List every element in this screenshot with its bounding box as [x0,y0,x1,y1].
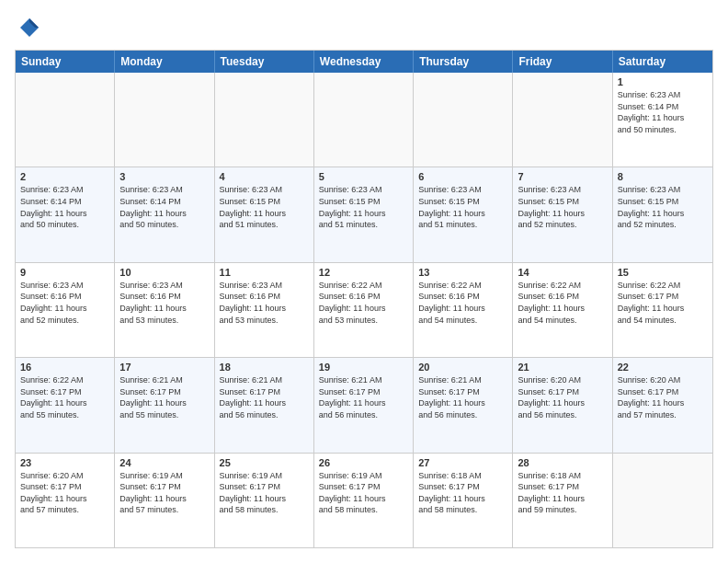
day-info: Sunrise: 6:23 AM Sunset: 6:14 PM Dayligh… [618,89,708,135]
day-number: 2 [20,171,109,182]
page: SundayMondayTuesdayWednesdayThursdayFrid… [0,0,728,563]
header-day-thursday: Thursday [414,51,513,73]
calendar-cell-w3d1: 17Sunrise: 6:21 AM Sunset: 6:17 PM Dayli… [115,358,214,452]
calendar: SundayMondayTuesdayWednesdayThursdayFrid… [15,50,713,548]
header-day-sunday: Sunday [16,51,115,73]
calendar-cell-w2d6: 15Sunrise: 6:22 AM Sunset: 6:17 PM Dayli… [613,263,712,357]
calendar-cell-w0d1 [115,73,214,167]
day-number: 25 [220,457,309,468]
calendar-cell-w0d6: 1Sunrise: 6:23 AM Sunset: 6:14 PM Daylig… [613,73,712,167]
day-info: Sunrise: 6:22 AM Sunset: 6:16 PM Dayligh… [518,280,607,326]
day-number: 4 [220,171,309,182]
calendar-cell-w4d6 [613,454,712,547]
calendar-body: 1Sunrise: 6:23 AM Sunset: 6:14 PM Daylig… [16,73,712,547]
calendar-cell-w0d3 [314,73,414,167]
calendar-cell-w4d3: 26Sunrise: 6:19 AM Sunset: 6:17 PM Dayli… [314,454,414,547]
calendar-cell-w1d5: 7Sunrise: 6:23 AM Sunset: 6:15 PM Daylig… [513,167,612,261]
day-info: Sunrise: 6:21 AM Sunset: 6:17 PM Dayligh… [319,374,408,420]
calendar-cell-w0d2 [215,73,314,167]
day-number: 19 [319,362,408,373]
day-number: 1 [618,76,708,87]
calendar-cell-w0d5 [513,73,612,167]
calendar-cell-w1d1: 3Sunrise: 6:23 AM Sunset: 6:14 PM Daylig… [115,167,214,261]
logo-icon [15,15,40,40]
calendar-cell-w3d3: 19Sunrise: 6:21 AM Sunset: 6:17 PM Dayli… [314,358,414,452]
header-day-wednesday: Wednesday [314,51,414,73]
day-number: 5 [319,171,408,182]
calendar-cell-w1d2: 4Sunrise: 6:23 AM Sunset: 6:15 PM Daylig… [215,167,314,261]
calendar-row-0: 1Sunrise: 6:23 AM Sunset: 6:14 PM Daylig… [16,73,712,167]
day-number: 17 [119,362,209,373]
day-info: Sunrise: 6:22 AM Sunset: 6:16 PM Dayligh… [418,280,507,326]
day-number: 15 [618,267,708,278]
day-info: Sunrise: 6:23 AM Sunset: 6:16 PM Dayligh… [220,280,309,326]
day-number: 22 [618,362,708,373]
day-number: 23 [20,457,109,468]
calendar-cell-w1d6: 8Sunrise: 6:23 AM Sunset: 6:15 PM Daylig… [613,167,712,261]
header [15,15,713,40]
header-day-monday: Monday [115,51,214,73]
day-info: Sunrise: 6:19 AM Sunset: 6:17 PM Dayligh… [319,470,408,516]
day-info: Sunrise: 6:23 AM Sunset: 6:14 PM Dayligh… [20,184,109,230]
calendar-cell-w3d0: 16Sunrise: 6:22 AM Sunset: 6:17 PM Dayli… [16,358,115,452]
header-day-friday: Friday [513,51,612,73]
header-day-tuesday: Tuesday [215,51,314,73]
day-info: Sunrise: 6:20 AM Sunset: 6:17 PM Dayligh… [518,374,607,420]
day-number: 9 [20,267,109,278]
calendar-cell-w2d3: 12Sunrise: 6:22 AM Sunset: 6:16 PM Dayli… [314,263,414,357]
calendar-cell-w0d4 [414,73,513,167]
calendar-row-4: 23Sunrise: 6:20 AM Sunset: 6:17 PM Dayli… [16,453,712,547]
calendar-cell-w4d0: 23Sunrise: 6:20 AM Sunset: 6:17 PM Dayli… [16,454,115,547]
day-number: 14 [518,267,607,278]
day-info: Sunrise: 6:23 AM Sunset: 6:15 PM Dayligh… [220,184,309,230]
day-number: 12 [319,267,408,278]
day-number: 10 [119,267,209,278]
day-info: Sunrise: 6:20 AM Sunset: 6:17 PM Dayligh… [20,470,109,516]
day-info: Sunrise: 6:23 AM Sunset: 6:16 PM Dayligh… [20,280,109,326]
header-day-saturday: Saturday [613,51,712,73]
day-info: Sunrise: 6:19 AM Sunset: 6:17 PM Dayligh… [119,470,209,516]
day-number: 18 [220,362,309,373]
day-number: 3 [119,171,209,182]
day-info: Sunrise: 6:22 AM Sunset: 6:17 PM Dayligh… [618,280,708,326]
day-info: Sunrise: 6:21 AM Sunset: 6:17 PM Dayligh… [418,374,507,420]
calendar-cell-w2d0: 9Sunrise: 6:23 AM Sunset: 6:16 PM Daylig… [16,263,115,357]
calendar-cell-w1d3: 5Sunrise: 6:23 AM Sunset: 6:15 PM Daylig… [314,167,414,261]
calendar-cell-w2d5: 14Sunrise: 6:22 AM Sunset: 6:16 PM Dayli… [513,263,612,357]
day-number: 27 [418,457,507,468]
calendar-header: SundayMondayTuesdayWednesdayThursdayFrid… [16,51,712,73]
day-number: 8 [618,171,708,182]
logo [15,15,44,40]
day-info: Sunrise: 6:23 AM Sunset: 6:15 PM Dayligh… [618,184,708,230]
day-info: Sunrise: 6:19 AM Sunset: 6:17 PM Dayligh… [220,470,309,516]
day-info: Sunrise: 6:23 AM Sunset: 6:14 PM Dayligh… [119,184,209,230]
calendar-cell-w2d2: 11Sunrise: 6:23 AM Sunset: 6:16 PM Dayli… [215,263,314,357]
day-number: 7 [518,171,607,182]
calendar-cell-w4d2: 25Sunrise: 6:19 AM Sunset: 6:17 PM Dayli… [215,454,314,547]
calendar-cell-w0d0 [16,73,115,167]
day-number: 6 [418,171,507,182]
day-info: Sunrise: 6:18 AM Sunset: 6:17 PM Dayligh… [518,470,607,516]
day-number: 11 [220,267,309,278]
day-number: 26 [319,457,408,468]
day-info: Sunrise: 6:23 AM Sunset: 6:15 PM Dayligh… [319,184,408,230]
calendar-cell-w3d5: 21Sunrise: 6:20 AM Sunset: 6:17 PM Dayli… [513,358,612,452]
day-info: Sunrise: 6:23 AM Sunset: 6:16 PM Dayligh… [119,280,209,326]
calendar-cell-w2d1: 10Sunrise: 6:23 AM Sunset: 6:16 PM Dayli… [115,263,214,357]
day-number: 24 [119,457,209,468]
day-info: Sunrise: 6:22 AM Sunset: 6:17 PM Dayligh… [20,374,109,420]
calendar-cell-w1d0: 2Sunrise: 6:23 AM Sunset: 6:14 PM Daylig… [16,167,115,261]
day-info: Sunrise: 6:23 AM Sunset: 6:15 PM Dayligh… [518,184,607,230]
calendar-cell-w3d4: 20Sunrise: 6:21 AM Sunset: 6:17 PM Dayli… [414,358,513,452]
calendar-cell-w4d4: 27Sunrise: 6:18 AM Sunset: 6:17 PM Dayli… [414,454,513,547]
calendar-cell-w4d5: 28Sunrise: 6:18 AM Sunset: 6:17 PM Dayli… [513,454,612,547]
day-info: Sunrise: 6:21 AM Sunset: 6:17 PM Dayligh… [119,374,209,420]
calendar-row-1: 2Sunrise: 6:23 AM Sunset: 6:14 PM Daylig… [16,167,712,261]
calendar-cell-w2d4: 13Sunrise: 6:22 AM Sunset: 6:16 PM Dayli… [414,263,513,357]
calendar-row-2: 9Sunrise: 6:23 AM Sunset: 6:16 PM Daylig… [16,262,712,357]
day-number: 13 [418,267,507,278]
day-info: Sunrise: 6:22 AM Sunset: 6:16 PM Dayligh… [319,280,408,326]
day-info: Sunrise: 6:21 AM Sunset: 6:17 PM Dayligh… [220,374,309,420]
day-number: 21 [518,362,607,373]
calendar-cell-w3d6: 22Sunrise: 6:20 AM Sunset: 6:17 PM Dayli… [613,358,712,452]
